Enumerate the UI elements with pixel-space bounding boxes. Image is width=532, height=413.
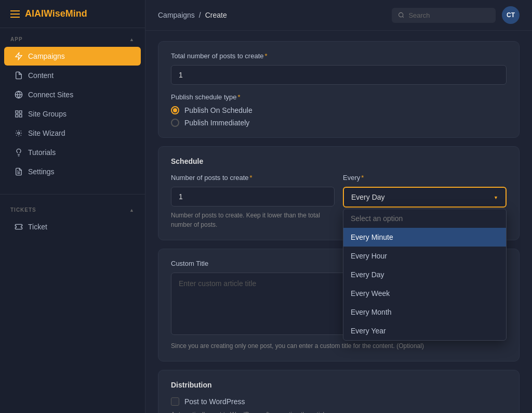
globe-icon — [15, 91, 23, 99]
dropdown-item-every-minute[interactable]: Every Minute — [343, 228, 506, 247]
distribution-title: Distribution — [171, 381, 507, 389]
every-dropdown-container: Every Day Select an option Every Minute … — [343, 187, 507, 208]
sidebar: AIAIWiseMind APP Campaigns Content — [0, 0, 145, 413]
ticket-icon — [15, 223, 23, 231]
main-content: Campaigns / Create CT Total number of po… — [145, 0, 532, 413]
svg-rect-6 — [19, 114, 22, 117]
search-input[interactable] — [408, 11, 489, 19]
every-dropdown-menu: Select an option Every Minute Every Hour… — [343, 209, 507, 341]
number-of-posts-label: Number of posts to create* — [171, 174, 335, 182]
breadcrumb: Campaigns / Create — [158, 11, 227, 19]
sidebar-header: AIAIWiseMind — [0, 0, 145, 28]
sidebar-item-label: Site Wizard — [28, 129, 65, 137]
svg-point-7 — [18, 132, 20, 134]
bulb-icon — [15, 148, 23, 157]
posts-help-text: Number of posts to create. Keep it lower… — [171, 211, 335, 229]
radio-circle-immediately — [171, 119, 179, 127]
dropdown-item-every-week[interactable]: Every Week — [343, 284, 506, 303]
every-label: Every* — [343, 174, 507, 182]
sidebar-item-ticket[interactable]: Ticket — [4, 217, 141, 236]
app-section-title: APP — [0, 36, 145, 46]
sidebar-item-label: Ticket — [28, 223, 47, 231]
every-dropdown-trigger[interactable]: Every Day — [343, 187, 507, 208]
post-to-wordpress-checkbox[interactable] — [171, 397, 179, 406]
every-col: Every* Every Day Select an option Every … — [343, 174, 507, 208]
post-to-wordpress-row: Post to WordPress — [171, 397, 507, 406]
posts-col: Number of posts to create* Number of pos… — [171, 174, 335, 229]
custom-title-help: Since you are creating only one post, yo… — [171, 341, 507, 351]
breadcrumb-separator: / — [199, 11, 201, 19]
tickets-section-chevron[interactable] — [129, 207, 135, 213]
settings-icon — [15, 129, 23, 137]
app-section-chevron[interactable] — [129, 36, 135, 42]
search-box[interactable] — [392, 8, 496, 23]
radio-immediately[interactable]: Publish Immediately — [171, 119, 507, 127]
breadcrumb-home[interactable]: Campaigns — [158, 11, 195, 19]
tickets-section-title: TICKETS — [0, 207, 145, 217]
post-to-wordpress-help: Automatically post to WordPress after cr… — [171, 410, 507, 413]
dropdown-item-select[interactable]: Select an option — [343, 209, 506, 228]
topbar-right: CT — [392, 6, 520, 24]
svg-marker-0 — [16, 53, 22, 59]
sidebar-item-site-wizard[interactable]: Site Wizard — [4, 124, 141, 143]
dropdown-item-every-day[interactable]: Every Day — [343, 265, 506, 284]
dropdown-item-every-month[interactable]: Every Month — [343, 303, 506, 321]
sidebar-item-tutorials[interactable]: Tutorials — [4, 143, 141, 162]
zap-icon — [15, 52, 23, 60]
search-icon — [398, 11, 404, 19]
sidebar-item-label: Tutorials — [28, 148, 56, 157]
sidebar-item-label: Site Groups — [28, 110, 66, 118]
sidebar-item-label: Connect Sites — [28, 91, 73, 99]
sidebar-item-content[interactable]: Content — [4, 66, 141, 85]
topbar: Campaigns / Create CT — [145, 0, 532, 31]
sidebar-item-label: Campaigns — [28, 52, 65, 60]
every-dropdown-value: Every Day — [351, 193, 385, 201]
sidebar-item-label: Settings — [28, 167, 55, 176]
total-posts-card: Total number of posts to create* Publish… — [158, 41, 520, 138]
menu-icon[interactable] — [10, 10, 20, 18]
distribution-card: Distribution Post to WordPress Automatic… — [158, 370, 520, 413]
radio-on-schedule[interactable]: Publish On Schedule — [171, 106, 507, 114]
file-icon — [15, 71, 23, 80]
total-posts-label: Total number of posts to create* — [171, 52, 507, 60]
svg-line-13 — [403, 16, 404, 17]
svg-rect-5 — [16, 114, 18, 117]
sidebar-item-settings[interactable]: Settings — [4, 162, 141, 181]
schedule-row: Number of posts to create* Number of pos… — [171, 174, 507, 229]
sidebar-item-campaigns[interactable]: Campaigns — [4, 47, 141, 66]
svg-point-12 — [399, 12, 403, 17]
sidebar-item-label: Content — [28, 71, 54, 80]
dropdown-item-every-hour[interactable]: Every Hour — [343, 247, 506, 265]
number-of-posts-input[interactable] — [171, 187, 335, 206]
sidebar-item-connect-sites[interactable]: Connect Sites — [4, 85, 141, 104]
radio-label-on-schedule: Publish On Schedule — [184, 106, 252, 114]
schedule-card: Schedule Number of posts to create* Numb… — [158, 146, 520, 240]
form-content: Total number of posts to create* Publish… — [145, 31, 532, 413]
publish-schedule-label: Publish schedule type* — [171, 93, 507, 101]
svg-rect-4 — [19, 111, 22, 113]
radio-circle-on-schedule — [171, 106, 179, 114]
post-to-wordpress-label[interactable]: Post to WordPress — [184, 397, 245, 406]
radio-label-immediately: Publish Immediately — [184, 119, 249, 127]
logo: AIAIWiseMind — [25, 8, 87, 19]
dropdown-item-every-year[interactable]: Every Year — [343, 321, 506, 340]
doc-icon — [15, 167, 23, 176]
breadcrumb-current: Create — [205, 11, 227, 19]
app-section: APP Campaigns Content — [0, 28, 145, 190]
tickets-section: TICKETS Ticket — [0, 199, 145, 245]
grid-icon — [15, 110, 23, 118]
logo-highlight: AI — [25, 8, 34, 19]
total-posts-input[interactable] — [171, 65, 507, 85]
chevron-down-icon — [494, 193, 498, 201]
svg-rect-3 — [16, 111, 18, 113]
schedule-title: Schedule — [171, 157, 507, 165]
sidebar-item-site-groups[interactable]: Site Groups — [4, 105, 141, 123]
publish-schedule-radio-group: Publish On Schedule Publish Immediately — [171, 106, 507, 127]
avatar[interactable]: CT — [502, 6, 520, 24]
